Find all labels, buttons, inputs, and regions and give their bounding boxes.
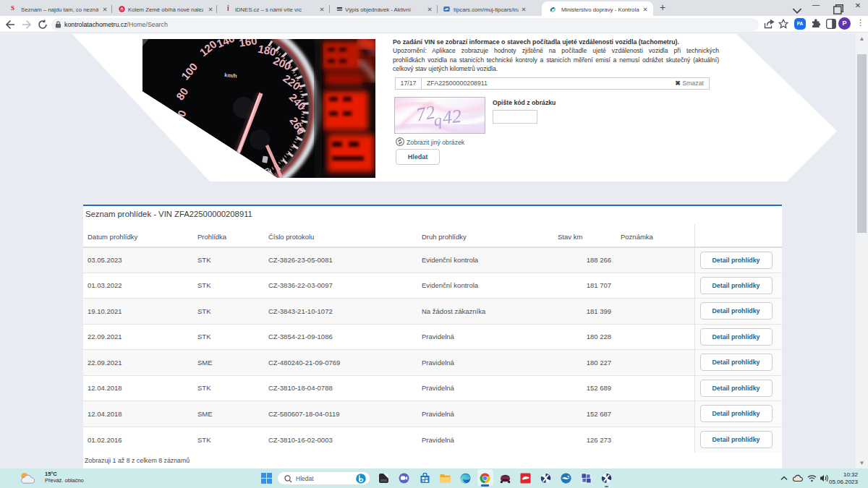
- svg-text:42: 42: [441, 106, 462, 129]
- svg-text:km/h: km/h: [224, 72, 238, 80]
